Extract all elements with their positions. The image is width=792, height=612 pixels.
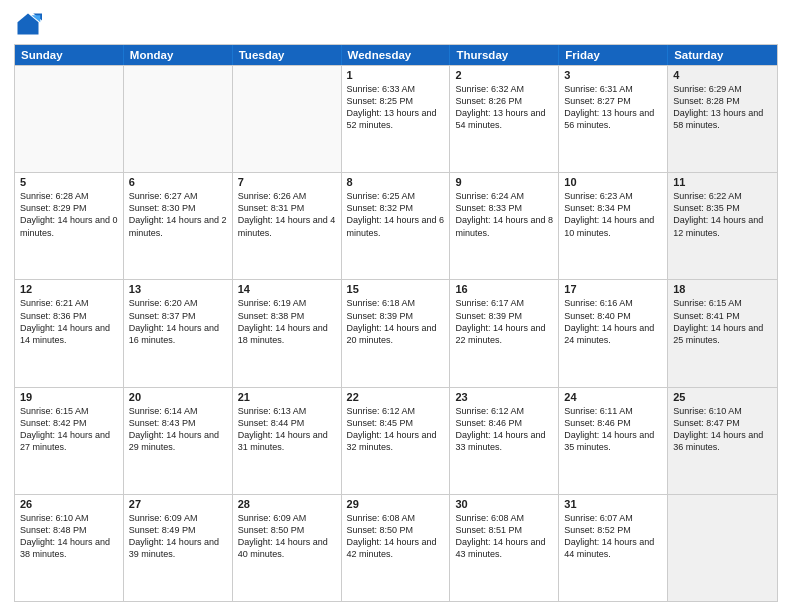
cell-info-text: Sunrise: 6:07 AM Sunset: 8:52 PM Dayligh…: [564, 512, 662, 561]
calendar-cell-28: 28Sunrise: 6:09 AM Sunset: 8:50 PM Dayli…: [233, 495, 342, 601]
calendar-cell-17: 17Sunrise: 6:16 AM Sunset: 8:40 PM Dayli…: [559, 280, 668, 386]
cell-info-text: Sunrise: 6:10 AM Sunset: 8:48 PM Dayligh…: [20, 512, 118, 561]
calendar-cell-1: 1Sunrise: 6:33 AM Sunset: 8:25 PM Daylig…: [342, 66, 451, 172]
day-number: 14: [238, 283, 336, 295]
day-number: 9: [455, 176, 553, 188]
calendar-body: 1Sunrise: 6:33 AM Sunset: 8:25 PM Daylig…: [15, 65, 777, 601]
logo: [14, 10, 46, 38]
calendar-row-0: 1Sunrise: 6:33 AM Sunset: 8:25 PM Daylig…: [15, 65, 777, 172]
calendar-cell-8: 8Sunrise: 6:25 AM Sunset: 8:32 PM Daylig…: [342, 173, 451, 279]
day-number: 12: [20, 283, 118, 295]
calendar-cell-14: 14Sunrise: 6:19 AM Sunset: 8:38 PM Dayli…: [233, 280, 342, 386]
day-number: 15: [347, 283, 445, 295]
day-number: 2: [455, 69, 553, 81]
cell-info-text: Sunrise: 6:13 AM Sunset: 8:44 PM Dayligh…: [238, 405, 336, 454]
calendar-cell-empty-0-2: [233, 66, 342, 172]
cell-info-text: Sunrise: 6:28 AM Sunset: 8:29 PM Dayligh…: [20, 190, 118, 239]
cell-info-text: Sunrise: 6:12 AM Sunset: 8:46 PM Dayligh…: [455, 405, 553, 454]
calendar-cell-19: 19Sunrise: 6:15 AM Sunset: 8:42 PM Dayli…: [15, 388, 124, 494]
day-number: 21: [238, 391, 336, 403]
weekday-tuesday: Tuesday: [233, 45, 342, 65]
day-number: 19: [20, 391, 118, 403]
cell-info-text: Sunrise: 6:23 AM Sunset: 8:34 PM Dayligh…: [564, 190, 662, 239]
cell-info-text: Sunrise: 6:15 AM Sunset: 8:42 PM Dayligh…: [20, 405, 118, 454]
cell-info-text: Sunrise: 6:09 AM Sunset: 8:50 PM Dayligh…: [238, 512, 336, 561]
cell-info-text: Sunrise: 6:14 AM Sunset: 8:43 PM Dayligh…: [129, 405, 227, 454]
cell-info-text: Sunrise: 6:08 AM Sunset: 8:51 PM Dayligh…: [455, 512, 553, 561]
cell-info-text: Sunrise: 6:15 AM Sunset: 8:41 PM Dayligh…: [673, 297, 772, 346]
calendar-row-1: 5Sunrise: 6:28 AM Sunset: 8:29 PM Daylig…: [15, 172, 777, 279]
cell-info-text: Sunrise: 6:31 AM Sunset: 8:27 PM Dayligh…: [564, 83, 662, 132]
cell-info-text: Sunrise: 6:29 AM Sunset: 8:28 PM Dayligh…: [673, 83, 772, 132]
cell-info-text: Sunrise: 6:27 AM Sunset: 8:30 PM Dayligh…: [129, 190, 227, 239]
day-number: 10: [564, 176, 662, 188]
calendar-cell-empty-0-1: [124, 66, 233, 172]
cell-info-text: Sunrise: 6:26 AM Sunset: 8:31 PM Dayligh…: [238, 190, 336, 239]
cell-info-text: Sunrise: 6:19 AM Sunset: 8:38 PM Dayligh…: [238, 297, 336, 346]
weekday-friday: Friday: [559, 45, 668, 65]
day-number: 6: [129, 176, 227, 188]
calendar-cell-9: 9Sunrise: 6:24 AM Sunset: 8:33 PM Daylig…: [450, 173, 559, 279]
calendar-row-3: 19Sunrise: 6:15 AM Sunset: 8:42 PM Dayli…: [15, 387, 777, 494]
calendar: SundayMondayTuesdayWednesdayThursdayFrid…: [14, 44, 778, 602]
day-number: 4: [673, 69, 772, 81]
calendar-cell-15: 15Sunrise: 6:18 AM Sunset: 8:39 PM Dayli…: [342, 280, 451, 386]
calendar-cell-20: 20Sunrise: 6:14 AM Sunset: 8:43 PM Dayli…: [124, 388, 233, 494]
cell-info-text: Sunrise: 6:12 AM Sunset: 8:45 PM Dayligh…: [347, 405, 445, 454]
calendar-cell-5: 5Sunrise: 6:28 AM Sunset: 8:29 PM Daylig…: [15, 173, 124, 279]
day-number: 1: [347, 69, 445, 81]
day-number: 24: [564, 391, 662, 403]
cell-info-text: Sunrise: 6:24 AM Sunset: 8:33 PM Dayligh…: [455, 190, 553, 239]
calendar-cell-26: 26Sunrise: 6:10 AM Sunset: 8:48 PM Dayli…: [15, 495, 124, 601]
calendar-cell-30: 30Sunrise: 6:08 AM Sunset: 8:51 PM Dayli…: [450, 495, 559, 601]
calendar-cell-4: 4Sunrise: 6:29 AM Sunset: 8:28 PM Daylig…: [668, 66, 777, 172]
cell-info-text: Sunrise: 6:22 AM Sunset: 8:35 PM Dayligh…: [673, 190, 772, 239]
calendar-cell-31: 31Sunrise: 6:07 AM Sunset: 8:52 PM Dayli…: [559, 495, 668, 601]
calendar-header: SundayMondayTuesdayWednesdayThursdayFrid…: [15, 45, 777, 65]
calendar-cell-3: 3Sunrise: 6:31 AM Sunset: 8:27 PM Daylig…: [559, 66, 668, 172]
calendar-cell-24: 24Sunrise: 6:11 AM Sunset: 8:46 PM Dayli…: [559, 388, 668, 494]
day-number: 17: [564, 283, 662, 295]
calendar-cell-2: 2Sunrise: 6:32 AM Sunset: 8:26 PM Daylig…: [450, 66, 559, 172]
calendar-cell-empty-0-0: [15, 66, 124, 172]
calendar-cell-16: 16Sunrise: 6:17 AM Sunset: 8:39 PM Dayli…: [450, 280, 559, 386]
calendar-cell-22: 22Sunrise: 6:12 AM Sunset: 8:45 PM Dayli…: [342, 388, 451, 494]
calendar-cell-12: 12Sunrise: 6:21 AM Sunset: 8:36 PM Dayli…: [15, 280, 124, 386]
calendar-cell-empty-4-6: [668, 495, 777, 601]
day-number: 7: [238, 176, 336, 188]
day-number: 25: [673, 391, 772, 403]
weekday-thursday: Thursday: [450, 45, 559, 65]
weekday-monday: Monday: [124, 45, 233, 65]
weekday-saturday: Saturday: [668, 45, 777, 65]
calendar-cell-27: 27Sunrise: 6:09 AM Sunset: 8:49 PM Dayli…: [124, 495, 233, 601]
weekday-sunday: Sunday: [15, 45, 124, 65]
day-number: 8: [347, 176, 445, 188]
day-number: 31: [564, 498, 662, 510]
calendar-cell-11: 11Sunrise: 6:22 AM Sunset: 8:35 PM Dayli…: [668, 173, 777, 279]
cell-info-text: Sunrise: 6:17 AM Sunset: 8:39 PM Dayligh…: [455, 297, 553, 346]
cell-info-text: Sunrise: 6:11 AM Sunset: 8:46 PM Dayligh…: [564, 405, 662, 454]
logo-icon: [14, 10, 42, 38]
day-number: 18: [673, 283, 772, 295]
calendar-cell-21: 21Sunrise: 6:13 AM Sunset: 8:44 PM Dayli…: [233, 388, 342, 494]
calendar-row-2: 12Sunrise: 6:21 AM Sunset: 8:36 PM Dayli…: [15, 279, 777, 386]
cell-info-text: Sunrise: 6:10 AM Sunset: 8:47 PM Dayligh…: [673, 405, 772, 454]
day-number: 22: [347, 391, 445, 403]
day-number: 23: [455, 391, 553, 403]
day-number: 3: [564, 69, 662, 81]
day-number: 11: [673, 176, 772, 188]
day-number: 30: [455, 498, 553, 510]
cell-info-text: Sunrise: 6:32 AM Sunset: 8:26 PM Dayligh…: [455, 83, 553, 132]
calendar-cell-25: 25Sunrise: 6:10 AM Sunset: 8:47 PM Dayli…: [668, 388, 777, 494]
cell-info-text: Sunrise: 6:21 AM Sunset: 8:36 PM Dayligh…: [20, 297, 118, 346]
calendar-cell-13: 13Sunrise: 6:20 AM Sunset: 8:37 PM Dayli…: [124, 280, 233, 386]
calendar-cell-6: 6Sunrise: 6:27 AM Sunset: 8:30 PM Daylig…: [124, 173, 233, 279]
calendar-row-4: 26Sunrise: 6:10 AM Sunset: 8:48 PM Dayli…: [15, 494, 777, 601]
calendar-cell-23: 23Sunrise: 6:12 AM Sunset: 8:46 PM Dayli…: [450, 388, 559, 494]
weekday-wednesday: Wednesday: [342, 45, 451, 65]
cell-info-text: Sunrise: 6:08 AM Sunset: 8:50 PM Dayligh…: [347, 512, 445, 561]
cell-info-text: Sunrise: 6:33 AM Sunset: 8:25 PM Dayligh…: [347, 83, 445, 132]
cell-info-text: Sunrise: 6:16 AM Sunset: 8:40 PM Dayligh…: [564, 297, 662, 346]
calendar-cell-18: 18Sunrise: 6:15 AM Sunset: 8:41 PM Dayli…: [668, 280, 777, 386]
day-number: 28: [238, 498, 336, 510]
